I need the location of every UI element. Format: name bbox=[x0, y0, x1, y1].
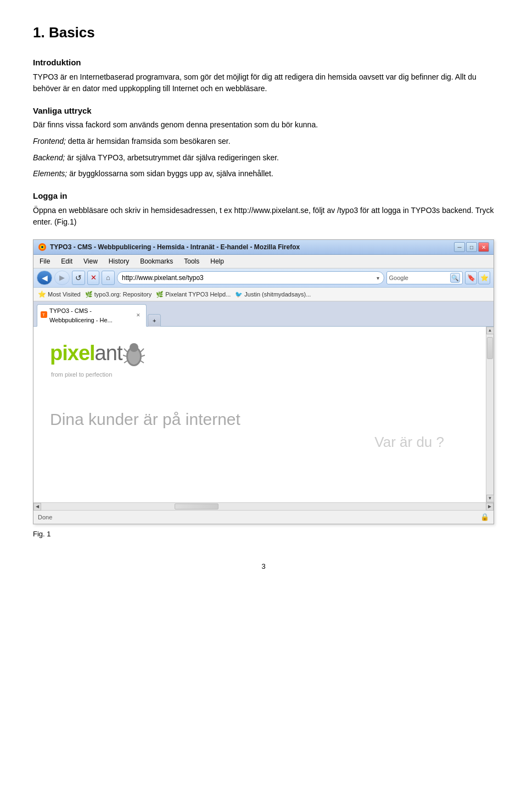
browser-toolbar-icons: 🔖 ⭐ bbox=[465, 271, 490, 284]
bookmark-typo3[interactable]: 🌿 typo3.org: Repository bbox=[85, 290, 152, 299]
logo-text-row: pixel ant bbox=[50, 338, 145, 369]
svg-text:T: T bbox=[42, 312, 45, 317]
svg-line-13 bbox=[141, 361, 144, 363]
firefox-icon bbox=[38, 243, 47, 251]
browser-tabs: T TYPO3 - CMS - Webbpublicering - He... … bbox=[33, 301, 494, 327]
vanliga-title: Vanliga uttryck bbox=[33, 105, 494, 117]
bookmark-star-icon: ⭐ bbox=[38, 289, 46, 299]
horizontal-scrollbar[interactable]: ◀ ▶ bbox=[33, 502, 494, 510]
bookmark-pixelant-label: Pixelant TYPO3 Helpd... bbox=[165, 290, 231, 299]
browser-menubar: File Edit View History Bookmarks Tools H… bbox=[33, 255, 494, 268]
scroll-thumb-vertical[interactable] bbox=[487, 337, 493, 359]
frontend-text: detta är hemsidan framsida som besökaren… bbox=[66, 137, 231, 145]
search-go-button[interactable]: 🔍 bbox=[450, 273, 460, 283]
tab-favicon: T bbox=[41, 311, 47, 320]
svg-point-7 bbox=[130, 343, 138, 352]
browser-titlebar: TYPO3 - CMS - Webbpublicering - Hemsida … bbox=[33, 240, 494, 255]
search-input[interactable] bbox=[410, 275, 448, 281]
scroll-down-button[interactable]: ▼ bbox=[486, 495, 494, 502]
tab-close-button[interactable]: ✕ bbox=[136, 312, 141, 320]
browser-screenshot: TYPO3 - CMS - Webbpublicering - Hemsida … bbox=[33, 239, 494, 524]
elements-line: Elements; är byggklossarna som sidan byg… bbox=[33, 168, 494, 180]
browser-bookmarks-bar: ⭐ Most Visited 🌿 typo3.org: Repository 🌿… bbox=[33, 288, 494, 301]
scroll-right-button[interactable]: ▶ bbox=[486, 503, 494, 511]
search-wrapper: Google 🔍 bbox=[386, 271, 463, 284]
site-headline: Dina kunder är på internet bbox=[50, 407, 240, 432]
status-text: Done bbox=[38, 513, 52, 522]
backend-text: är själva TYPO3, arbetsutrymmet där själ… bbox=[65, 153, 279, 162]
bookmark-justin[interactable]: 🐦 Justin (shitmydadsays)... bbox=[235, 290, 311, 299]
scroll-track-horizontal[interactable] bbox=[41, 503, 486, 510]
menu-file[interactable]: File bbox=[38, 256, 52, 267]
svg-line-10 bbox=[123, 355, 126, 356]
search-engine-label: Google bbox=[389, 273, 408, 283]
logo-bug-icon bbox=[123, 341, 145, 368]
login-title: Logga in bbox=[33, 190, 494, 203]
bookmark-typo3-label: typo3.org: Repository bbox=[94, 290, 152, 299]
bookmark-justin-label: Justin (shitmydadsays)... bbox=[244, 290, 311, 299]
menu-help[interactable]: Help bbox=[209, 256, 226, 267]
elements-text: är byggklossarna som sidan byggs upp av,… bbox=[67, 169, 273, 178]
forward-button[interactable]: ▶ bbox=[54, 271, 70, 285]
status-security-icon: 🔒 bbox=[480, 512, 489, 523]
bookmark-twitter-icon: 🐦 bbox=[235, 290, 243, 299]
svg-line-12 bbox=[124, 361, 127, 363]
pixelant-logo: pixel ant bbox=[50, 338, 145, 379]
frontend-label: Frontend; bbox=[33, 137, 66, 145]
menu-tools[interactable]: Tools bbox=[182, 256, 201, 267]
new-tab-button[interactable]: + bbox=[148, 314, 161, 327]
browser-statusbar: Done 🔒 bbox=[33, 510, 494, 524]
url-dropdown-icon[interactable]: ▾ bbox=[377, 274, 379, 282]
scroll-up-button[interactable]: ▲ bbox=[486, 327, 494, 334]
menu-bookmarks[interactable]: Bookmarks bbox=[138, 256, 175, 267]
bookmark-pixelant[interactable]: 🌿 Pixelant TYPO3 Helpd... bbox=[156, 290, 231, 299]
stop-button[interactable]: ✕ bbox=[87, 271, 99, 285]
bookmark-most-visited-label: Most Visited bbox=[48, 290, 81, 299]
logo-pixel-text: pixel bbox=[50, 338, 95, 369]
intro-paragraph: TYPO3 är en Internetbaserad programvara,… bbox=[33, 71, 494, 95]
login-section: Logga in Öppna en webbläsare och skriv i… bbox=[33, 190, 494, 228]
menu-view[interactable]: View bbox=[82, 256, 99, 267]
url-bar-wrapper[interactable]: ▾ bbox=[117, 271, 384, 284]
scroll-thumb-horizontal[interactable] bbox=[175, 503, 218, 509]
backend-line: Backend; är själva TYPO3, arbetsutrymmet… bbox=[33, 152, 494, 164]
chapter-title: 1. Basics bbox=[33, 22, 494, 43]
menu-history[interactable]: History bbox=[107, 256, 131, 267]
toolbar-icon-1[interactable]: 🔖 bbox=[465, 271, 477, 284]
menu-edit[interactable]: Edit bbox=[59, 256, 74, 267]
site-subheadline: Var är du ? bbox=[374, 432, 444, 453]
minimize-button[interactable]: ─ bbox=[454, 242, 465, 252]
intro-title: Introduktion bbox=[33, 57, 494, 69]
toolbar-icon-2[interactable]: ⭐ bbox=[478, 271, 490, 284]
svg-line-11 bbox=[142, 355, 145, 356]
home-button[interactable]: ⌂ bbox=[102, 271, 115, 285]
scroll-track-vertical[interactable] bbox=[486, 334, 494, 495]
elements-label: Elements; bbox=[33, 169, 67, 178]
active-tab[interactable]: T TYPO3 - CMS - Webbpublicering - He... … bbox=[37, 304, 147, 327]
maximize-button[interactable]: □ bbox=[466, 242, 477, 252]
bookmark-most-visited[interactable]: ⭐ Most Visited bbox=[38, 289, 81, 299]
refresh-button[interactable]: ↺ bbox=[72, 271, 85, 285]
vertical-scrollbar[interactable]: ▲ ▼ bbox=[486, 327, 494, 502]
page-number: 3 bbox=[33, 561, 494, 572]
vanliga-paragraph: Där finns vissa fackord som används geno… bbox=[33, 119, 494, 131]
logo-ant-text: ant bbox=[95, 338, 122, 369]
tab-label: TYPO3 - CMS - Webbpublicering - He... bbox=[49, 306, 132, 324]
tab-favicon-icon: T bbox=[41, 311, 47, 318]
url-input[interactable] bbox=[122, 274, 377, 282]
website-content: pixel ant bbox=[33, 327, 494, 464]
login-paragraph: Öppna en webbläsare och skriv in hemside… bbox=[33, 205, 494, 228]
back-button[interactable]: ◀ bbox=[37, 271, 52, 285]
intro-section: Introduktion TYPO3 är en Internetbaserad… bbox=[33, 57, 494, 95]
bookmark-pixelant-icon: 🌿 bbox=[156, 290, 164, 299]
figure-caption: Fig. 1 bbox=[33, 529, 494, 540]
scroll-left-button[interactable]: ◀ bbox=[33, 503, 41, 511]
backend-label: Backend; bbox=[33, 153, 65, 162]
browser-navbar: ◀ ▶ ↺ ✕ ⌂ ▾ Google 🔍 🔖 ⭐ bbox=[33, 268, 494, 288]
browser-content: pixel ant bbox=[33, 327, 494, 502]
close-button[interactable]: ✕ bbox=[478, 242, 489, 252]
logo-tagline: from pixel to perfection bbox=[51, 370, 145, 379]
svg-line-8 bbox=[124, 349, 127, 352]
svg-line-9 bbox=[141, 349, 144, 352]
titlebar-left: TYPO3 - CMS - Webbpublicering - Hemsida … bbox=[38, 242, 300, 252]
